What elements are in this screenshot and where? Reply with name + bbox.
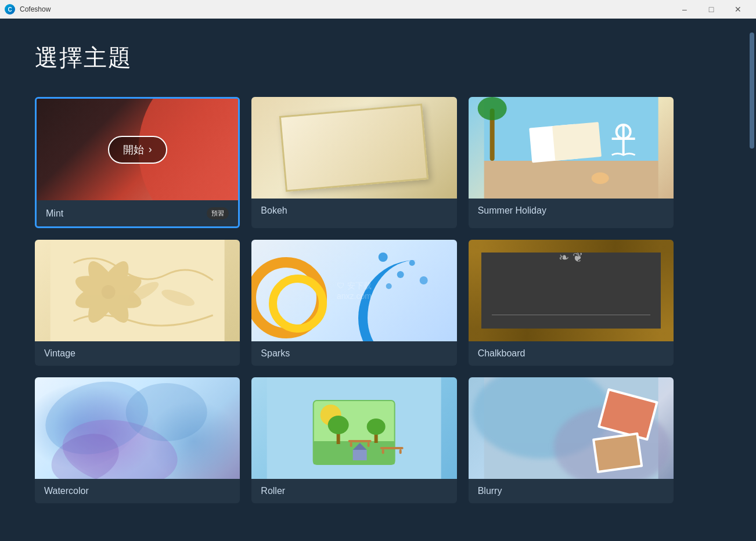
theme-card-label-roller: Roller — [251, 479, 456, 503]
svg-point-18 — [379, 253, 388, 262]
maximize-button[interactable]: □ — [698, 0, 725, 19]
svg-rect-28 — [314, 401, 395, 464]
theme-card-label-chalkboard: Chalkboard — [469, 341, 674, 366]
sparks-arc — [358, 260, 457, 341]
theme-card-image-sparks: 🛡 安下载anxz.com — [251, 240, 456, 341]
theme-card-mint[interactable]: 開始 › Mint 預習 — [35, 97, 240, 228]
theme-card-image-bokeh — [251, 97, 456, 199]
svg-rect-29 — [314, 441, 395, 464]
theme-name-blurry: Blurry — [478, 486, 502, 496]
app-icon: C — [5, 4, 15, 15]
svg-rect-35 — [348, 440, 372, 442]
theme-card-bokeh[interactable]: Bokeh — [251, 97, 456, 228]
theme-card-image-mint: 開始 › — [37, 99, 238, 200]
theme-card-label-watercolor: Watercolor — [35, 479, 240, 503]
theme-card-image-watercolor — [35, 377, 240, 479]
svg-point-32 — [328, 416, 349, 434]
app-title: Cofeshow — [20, 5, 51, 13]
blurry-svg — [469, 377, 674, 479]
svg-point-9 — [591, 172, 609, 184]
preview-badge: 預習 — [207, 207, 229, 219]
theme-card-blurry[interactable]: Blurry — [469, 377, 674, 503]
theme-card-chalkboard[interactable]: ❧ ❦ Chalkboard — [469, 240, 674, 366]
theme-card-image-vintage — [35, 240, 240, 341]
theme-name-mint: Mint — [46, 208, 63, 219]
theme-card-watercolor[interactable]: Watercolor — [35, 377, 240, 503]
svg-point-44 — [472, 377, 611, 459]
svg-rect-33 — [375, 428, 378, 443]
svg-point-2 — [477, 97, 506, 120]
main-content: 選擇主題 開始 › Mint 預習 — [0, 19, 748, 541]
theme-name-bokeh: Bokeh — [261, 205, 287, 216]
theme-card-label-summer: Summer Holiday — [469, 199, 674, 223]
start-overlay: 開始 › — [108, 136, 167, 164]
theme-grid: 開始 › Mint 預習 Bokeh — [35, 97, 674, 503]
close-button[interactable]: ✕ — [725, 0, 751, 19]
svg-rect-3 — [484, 161, 658, 199]
start-arrow-icon: › — [149, 143, 152, 156]
svg-marker-39 — [353, 443, 367, 450]
theme-card-image-chalkboard: ❧ ❦ — [469, 240, 674, 341]
svg-point-15 — [102, 285, 116, 299]
theme-card-label-vintage: Vintage — [35, 341, 240, 366]
theme-card-image-summer — [469, 97, 674, 199]
vintage-floral-svg — [35, 240, 240, 341]
svg-rect-27 — [267, 377, 441, 479]
theme-card-sparks[interactable]: 🛡 安下载anxz.com Sparks — [251, 240, 456, 366]
theme-card-image-blurry — [469, 377, 674, 479]
theme-card-label-bokeh: Bokeh — [251, 199, 456, 223]
svg-rect-37 — [368, 442, 370, 447]
theme-name-summer-holiday: Summer Holiday — [478, 205, 546, 216]
page-title: 選擇主題 — [35, 42, 713, 74]
svg-rect-40 — [380, 447, 404, 449]
svg-rect-47 — [600, 391, 655, 438]
svg-rect-43 — [484, 377, 658, 479]
svg-point-30 — [321, 405, 341, 425]
theme-name-roller: Roller — [261, 486, 285, 496]
theme-card-image-roller — [251, 377, 456, 479]
svg-rect-5 — [552, 122, 602, 161]
chalkboard-deco: ❧ ❦ — [559, 250, 583, 265]
theme-card-label-blurry: Blurry — [469, 479, 674, 503]
minimize-button[interactable]: – — [671, 0, 698, 19]
watercolor-splash-3 — [147, 401, 240, 479]
summer-scene-svg — [469, 97, 674, 199]
svg-rect-42 — [399, 449, 402, 454]
svg-rect-36 — [350, 442, 352, 447]
bokeh-frame-decoration — [279, 103, 429, 192]
theme-card-roller[interactable]: Roller — [251, 377, 456, 503]
svg-rect-31 — [337, 427, 340, 444]
svg-rect-38 — [353, 450, 367, 460]
theme-name-vintage: Vintage — [44, 348, 75, 359]
theme-name-sparks: Sparks — [261, 348, 290, 359]
theme-card-label-sparks: Sparks — [251, 341, 456, 366]
app-body: 選擇主題 開始 › Mint 預習 — [0, 19, 756, 541]
svg-point-45 — [553, 406, 669, 479]
theme-card-summer-holiday[interactable]: Summer Holiday — [469, 97, 674, 228]
theme-name-watercolor: Watercolor — [44, 486, 89, 496]
svg-rect-48 — [592, 432, 643, 474]
svg-rect-46 — [597, 388, 658, 441]
start-label: 開始 — [123, 143, 144, 157]
chalkboard-chalk-line — [492, 315, 650, 315]
title-bar: C Cofeshow – □ ✕ — [0, 0, 756, 19]
scrollbar-thumb[interactable] — [750, 33, 754, 149]
theme-name-chalkboard: Chalkboard — [478, 348, 525, 359]
sparks-circle-inner — [269, 275, 327, 333]
title-bar-left: C Cofeshow — [5, 4, 51, 15]
svg-rect-41 — [382, 449, 384, 454]
svg-point-34 — [367, 419, 386, 435]
title-bar-controls: – □ ✕ — [671, 0, 751, 19]
svg-rect-49 — [595, 435, 640, 471]
theme-card-label-mint: Mint 預習 — [37, 200, 238, 226]
scrollbar-track[interactable] — [748, 19, 756, 541]
theme-card-vintage[interactable]: Vintage — [35, 240, 240, 366]
roller-svg — [251, 377, 456, 479]
